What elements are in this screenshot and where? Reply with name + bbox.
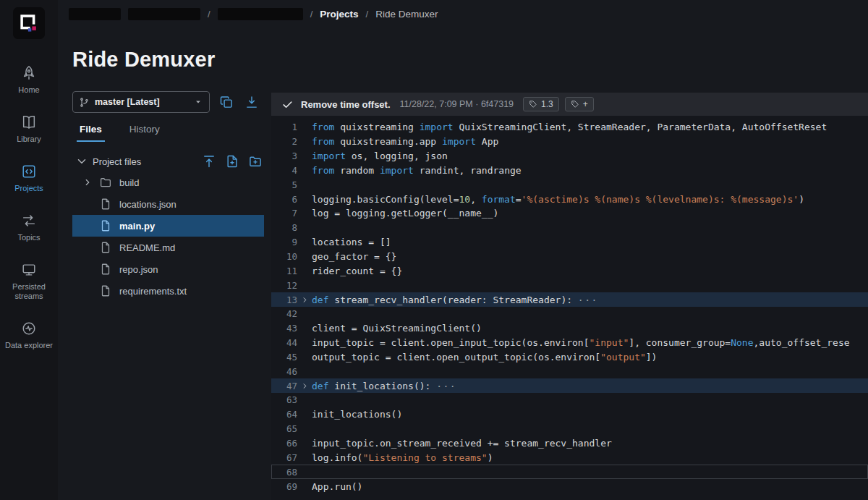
code-line-9[interactable]: 9locations = [] bbox=[271, 235, 868, 250]
line-number: 47 bbox=[271, 381, 297, 391]
sidebar-item-label: Data explorer bbox=[5, 341, 53, 350]
check-icon bbox=[281, 98, 294, 111]
code-line-3[interactable]: 3import os, logging, json bbox=[271, 149, 868, 164]
tree-item-repo.json[interactable]: repo.json bbox=[72, 258, 264, 280]
sidebar-item-data-explorer[interactable]: Data explorer bbox=[0, 310, 58, 360]
quix-logo[interactable] bbox=[13, 7, 45, 39]
code-line-43[interactable]: 43client = QuixStreamingClient() bbox=[271, 321, 868, 336]
code-line-63[interactable]: 63 bbox=[271, 393, 868, 407]
version-tag-badge[interactable]: 1.3 bbox=[523, 97, 559, 111]
sidebar-item-topics[interactable]: Topics bbox=[0, 203, 58, 252]
code-line-65[interactable]: 65 bbox=[271, 422, 868, 436]
line-number: 11 bbox=[271, 266, 297, 276]
download-icon[interactable] bbox=[243, 93, 260, 111]
code-line-46[interactable]: 46 bbox=[271, 364, 868, 378]
code-line-13[interactable]: 13def stream_recv_handler(reader: Stream… bbox=[271, 292, 868, 307]
code-line-42[interactable]: 42 bbox=[271, 307, 868, 321]
code-line-47[interactable]: 47def init_locations(): ··· bbox=[271, 378, 868, 393]
line-number: 13 bbox=[271, 295, 297, 305]
page-title: Ride Demuxer bbox=[72, 48, 215, 72]
tree-item-build[interactable]: build bbox=[72, 171, 264, 193]
tree-header-label: Project files bbox=[93, 156, 195, 167]
app-root: Home Library Projects Topics Persisted s bbox=[0, 0, 868, 500]
line-number: 8 bbox=[271, 222, 297, 233]
code-text: input_topic.on_stream_received += stream… bbox=[312, 438, 612, 449]
code-line-11[interactable]: 11rider_count = {} bbox=[271, 263, 868, 278]
sidebar-item-label: Topics bbox=[17, 233, 40, 242]
code-text: def stream_recv_handler(reader: StreamRe… bbox=[312, 295, 598, 305]
redacted-breadcrumb-item[interactable] bbox=[218, 8, 303, 20]
code-text: from quixstreaming import QuixStreamingC… bbox=[312, 122, 827, 132]
code-line-68[interactable]: 68 bbox=[271, 465, 868, 479]
duplicate-icon[interactable] bbox=[218, 93, 235, 111]
tree-indent bbox=[82, 284, 98, 297]
code-editor[interactable]: 1from quixstreaming import QuixStreaming… bbox=[271, 116, 868, 500]
code-line-45[interactable]: 45output_topic = client.open_output_topi… bbox=[271, 350, 868, 365]
code-line-8[interactable]: 8 bbox=[271, 221, 868, 235]
line-number: 66 bbox=[271, 438, 297, 449]
tree-indent bbox=[82, 263, 98, 276]
sidebar-item-home[interactable]: Home bbox=[0, 55, 58, 104]
code-line-12[interactable]: 12 bbox=[271, 278, 868, 292]
code-line-69[interactable]: 69App.run() bbox=[271, 479, 868, 493]
add-folder-icon[interactable] bbox=[247, 153, 264, 170]
line-number: 2 bbox=[271, 136, 297, 147]
code-line-5[interactable]: 5 bbox=[271, 177, 868, 192]
code-line-4[interactable]: 4from random import randint, randrange bbox=[271, 164, 868, 178]
redacted-breadcrumb-item[interactable] bbox=[128, 8, 200, 20]
code-text: from quixstreaming.app import App bbox=[312, 136, 498, 147]
code-line-1[interactable]: 1from quixstreaming import QuixStreaming… bbox=[271, 120, 868, 135]
fold-chevron-icon[interactable] bbox=[297, 296, 312, 304]
redacted-breadcrumb-item[interactable] bbox=[69, 8, 121, 20]
chevron-right-icon[interactable] bbox=[82, 176, 98, 189]
code-text: geo_factor = {} bbox=[312, 251, 396, 262]
line-number: 43 bbox=[271, 323, 297, 334]
add-file-icon[interactable] bbox=[224, 153, 241, 170]
code-text: rider_count = {} bbox=[312, 266, 402, 276]
breadcrumb-projects[interactable]: Projects bbox=[320, 9, 358, 20]
rocket-icon bbox=[20, 64, 38, 82]
file-icon bbox=[98, 284, 113, 298]
file-icon bbox=[98, 262, 113, 276]
sidebar-item-projects[interactable]: Projects bbox=[0, 153, 58, 203]
code-line-44[interactable]: 44input_topic = client.open_input_topic(… bbox=[271, 336, 868, 350]
branch-selector[interactable]: master [Latest] bbox=[72, 91, 210, 113]
branch-label: master [Latest] bbox=[95, 97, 193, 107]
upload-icon[interactable] bbox=[200, 153, 218, 170]
code-line-10[interactable]: 10geo_factor = {} bbox=[271, 250, 868, 264]
code-line-7[interactable]: 7log = logging.getLogger(__name__) bbox=[271, 206, 868, 221]
code-line-67[interactable]: 67log.info("Listening to streams") bbox=[271, 450, 868, 465]
monitor-icon bbox=[20, 261, 38, 279]
tab-files[interactable]: Files bbox=[77, 122, 105, 142]
sidebar-item-library[interactable]: Library bbox=[0, 104, 58, 153]
code-line-64[interactable]: 64init_locations() bbox=[271, 407, 868, 422]
tree-item-requirements.txt[interactable]: requirements.txt bbox=[72, 280, 264, 302]
tag-icon bbox=[571, 100, 579, 109]
code-text: App.run() bbox=[312, 481, 362, 492]
code-line-66[interactable]: 66input_topic.on_stream_received += stre… bbox=[271, 436, 868, 451]
file-icon bbox=[98, 240, 113, 255]
line-number: 4 bbox=[271, 165, 297, 176]
caret-down-icon bbox=[193, 97, 203, 107]
line-number: 67 bbox=[271, 452, 297, 463]
file-name: build bbox=[119, 177, 139, 188]
code-line-6[interactable]: 6logging.basicConfig(level=10, format='%… bbox=[271, 192, 868, 206]
add-tag-badge[interactable]: + bbox=[565, 97, 594, 111]
commit-bar: Remove time offset. 11/28/22, 7:09 PM · … bbox=[271, 93, 868, 116]
tree-item-locations.json[interactable]: locations.json bbox=[72, 193, 264, 215]
tree-item-README.md[interactable]: README.md bbox=[72, 237, 264, 258]
line-number: 5 bbox=[271, 179, 297, 190]
code-text: log = logging.getLogger(__name__) bbox=[312, 208, 498, 219]
line-number: 6 bbox=[271, 194, 297, 205]
chevron-down-icon[interactable] bbox=[75, 155, 88, 168]
breadcrumb-separator: / bbox=[208, 9, 210, 20]
sidebar-item-persisted-streams[interactable]: Persisted streams bbox=[0, 252, 58, 310]
tree-item-main.py[interactable]: main.py bbox=[72, 215, 264, 237]
code-line-2[interactable]: 2from quixstreaming.app import App bbox=[271, 135, 868, 149]
pulse-circle-icon bbox=[20, 320, 38, 337]
code-text: import os, logging, json bbox=[312, 151, 448, 161]
tab-history[interactable]: History bbox=[127, 122, 163, 142]
file-icon bbox=[98, 219, 113, 233]
code-text: logging.basicConfig(level=10, format='%(… bbox=[312, 194, 804, 205]
fold-chevron-icon[interactable] bbox=[297, 382, 312, 390]
